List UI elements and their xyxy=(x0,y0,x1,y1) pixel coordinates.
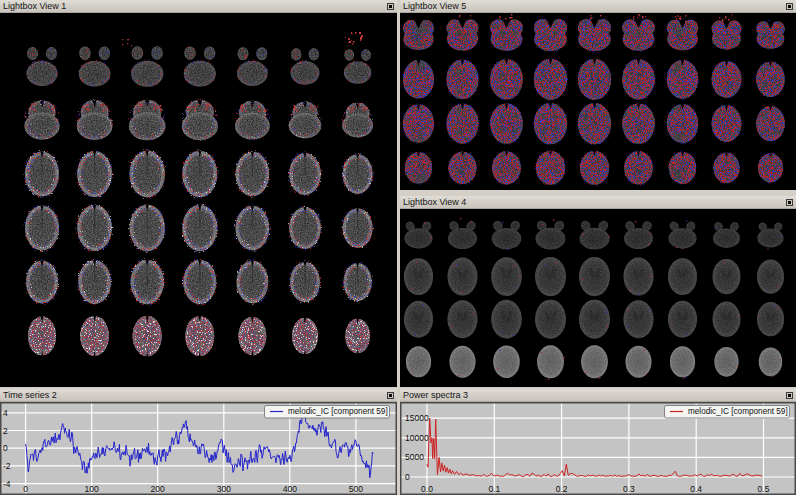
svg-text:200: 200 xyxy=(151,484,165,494)
svg-text:-4: -4 xyxy=(3,479,11,489)
svg-text:100: 100 xyxy=(85,484,99,494)
svg-text:400: 400 xyxy=(283,484,297,494)
svg-text:0: 0 xyxy=(3,443,8,453)
svg-text:15000: 15000 xyxy=(405,413,429,423)
svg-text:5000: 5000 xyxy=(405,452,424,462)
svg-text:0: 0 xyxy=(405,472,410,482)
svg-text:melodic_IC [component 59]: melodic_IC [component 59] xyxy=(288,407,388,416)
svg-text:0: 0 xyxy=(23,484,28,494)
svg-text:300: 300 xyxy=(217,484,231,494)
svg-text:2: 2 xyxy=(3,426,8,436)
svg-text:0.5: 0.5 xyxy=(758,484,770,494)
svg-text:-2: -2 xyxy=(3,461,11,471)
svg-text:500: 500 xyxy=(349,484,363,494)
svg-text:melodic_IC [component 59]: melodic_IC [component 59] xyxy=(688,407,788,416)
svg-text:0.4: 0.4 xyxy=(690,484,702,494)
svg-text:0.1: 0.1 xyxy=(488,484,500,494)
svg-text:0.0: 0.0 xyxy=(421,484,433,494)
svg-text:0.2: 0.2 xyxy=(556,484,568,494)
svg-text:4: 4 xyxy=(3,408,8,418)
svg-text:0.3: 0.3 xyxy=(623,484,635,494)
svg-text:10000: 10000 xyxy=(405,433,429,443)
